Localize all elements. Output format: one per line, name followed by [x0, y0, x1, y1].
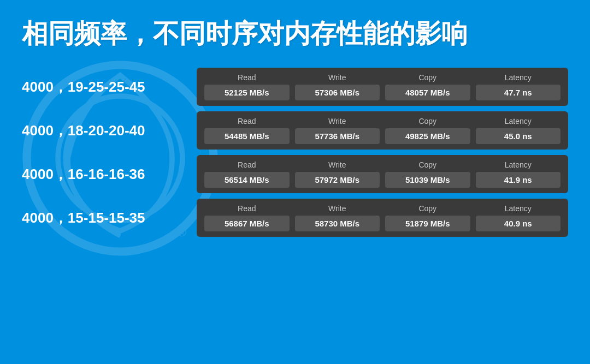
- write-value-2: 57972 MB/s: [295, 172, 380, 188]
- read-label-1: Read: [238, 117, 256, 126]
- write-label-3: Write: [328, 204, 346, 213]
- copy-label-3: Copy: [418, 204, 436, 213]
- row-label-2: 4000，16-16-16-36: [22, 165, 186, 184]
- latency-metric-0: Latency47.7 ns: [476, 73, 561, 100]
- read-value-3: 56867 MB/s: [204, 216, 290, 231]
- benchmark-card-2: Read56514 MB/sWrite57972 MB/sCopy51039 M…: [197, 155, 568, 193]
- read-metric-2: Read56514 MB/s: [204, 160, 290, 188]
- copy-metric-3: Copy51879 MB/s: [385, 204, 470, 231]
- row-label-1: 4000，18-20-20-40: [22, 121, 186, 140]
- write-value-3: 58730 MB/s: [295, 216, 380, 231]
- write-metric-1: Write57736 MB/s: [295, 117, 380, 144]
- row-label-0: 4000，19-25-25-45: [22, 77, 186, 97]
- latency-label-2: Latency: [505, 160, 532, 169]
- read-value-0: 52125 MB/s: [204, 85, 290, 100]
- read-metric-3: Read56867 MB/s: [204, 204, 290, 231]
- write-label-1: Write: [328, 117, 346, 126]
- content-area: 4000，19-25-25-45Read52125 MB/sWrite57306…: [0, 62, 590, 242]
- copy-value-0: 48057 MB/s: [385, 85, 470, 100]
- latency-value-3: 40.9 ns: [476, 216, 561, 231]
- write-metric-3: Write58730 MB/s: [295, 204, 380, 231]
- copy-value-2: 51039 MB/s: [385, 172, 470, 188]
- copy-label-1: Copy: [418, 117, 436, 126]
- latency-label-0: Latency: [505, 73, 532, 82]
- copy-metric-0: Copy48057 MB/s: [385, 73, 470, 100]
- benchmark-card-1: Read54485 MB/sWrite57736 MB/sCopy49825 M…: [197, 111, 568, 150]
- write-metric-2: Write57972 MB/s: [295, 160, 380, 188]
- row-label-3: 4000，15-15-15-35: [22, 208, 186, 228]
- benchmark-row-3: 4000，15-15-15-35Read56867 MB/sWrite58730…: [22, 199, 568, 237]
- write-value-0: 57306 MB/s: [295, 85, 380, 100]
- latency-value-2: 41.9 ns: [476, 172, 561, 188]
- read-label-3: Read: [238, 204, 256, 213]
- read-value-2: 56514 MB/s: [204, 172, 290, 188]
- latency-label-3: Latency: [505, 204, 532, 213]
- benchmark-row-1: 4000，18-20-20-40Read54485 MB/sWrite57736…: [22, 111, 568, 150]
- latency-label-1: Latency: [505, 117, 532, 126]
- copy-metric-2: Copy51039 MB/s: [385, 160, 470, 188]
- read-metric-1: Read54485 MB/s: [204, 117, 290, 144]
- read-metric-0: Read52125 MB/s: [204, 73, 290, 100]
- benchmark-row-0: 4000，19-25-25-45Read52125 MB/sWrite57306…: [22, 68, 568, 106]
- latency-value-0: 47.7 ns: [476, 85, 561, 100]
- latency-value-1: 45.0 ns: [476, 128, 561, 144]
- write-value-1: 57736 MB/s: [295, 128, 380, 144]
- read-label-0: Read: [238, 73, 256, 82]
- read-value-1: 54485 MB/s: [204, 128, 290, 144]
- latency-metric-3: Latency40.9 ns: [476, 204, 561, 231]
- copy-value-1: 49825 MB/s: [385, 128, 470, 144]
- read-label-2: Read: [238, 160, 256, 169]
- title: 相同频率，不同时序对内存性能的影响: [0, 0, 590, 62]
- copy-value-3: 51879 MB/s: [385, 216, 470, 231]
- copy-label-0: Copy: [418, 73, 436, 82]
- write-metric-0: Write57306 MB/s: [295, 73, 380, 100]
- copy-metric-1: Copy49825 MB/s: [385, 117, 470, 144]
- benchmark-card-0: Read52125 MB/sWrite57306 MB/sCopy48057 M…: [197, 68, 568, 106]
- latency-metric-1: Latency45.0 ns: [476, 117, 561, 144]
- benchmark-card-3: Read56867 MB/sWrite58730 MB/sCopy51879 M…: [197, 199, 568, 237]
- write-label-2: Write: [328, 160, 346, 169]
- benchmark-row-2: 4000，16-16-16-36Read56514 MB/sWrite57972…: [22, 155, 568, 193]
- write-label-0: Write: [328, 73, 346, 82]
- latency-metric-2: Latency41.9 ns: [476, 160, 561, 188]
- copy-label-2: Copy: [418, 160, 436, 169]
